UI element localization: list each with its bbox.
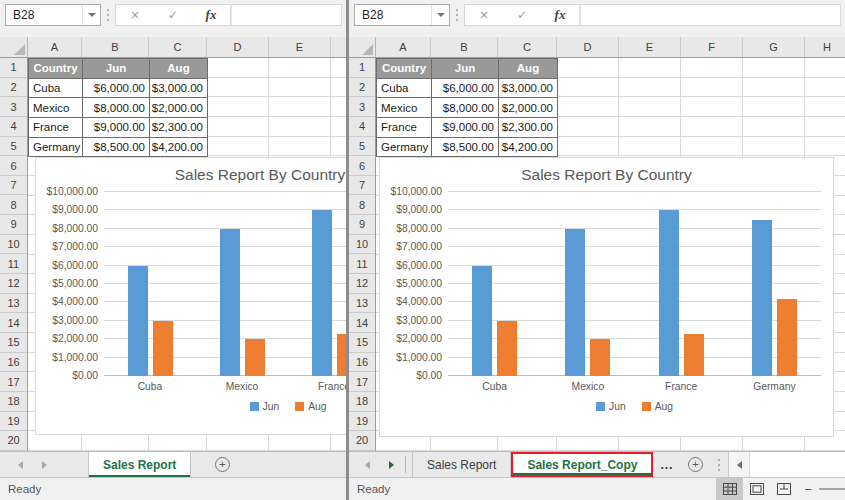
scrollbar-track[interactable] [749,452,845,477]
enter-icon[interactable]: ✓ [503,8,541,22]
data-cell[interactable]: Cuba [377,79,432,99]
bar-jun-germany[interactable] [752,220,772,376]
sheet-tab-sales-report-copy[interactable]: Sales Report_Copy [513,454,651,475]
select-all-corner[interactable] [0,37,28,57]
row-header-17[interactable]: 17 [349,372,375,392]
row-header-7[interactable]: 7 [0,176,27,196]
data-cell[interactable]: $2,300.00 [150,118,208,138]
row-header-5[interactable]: 5 [349,137,375,157]
data-cell[interactable]: $2,300.00 [499,118,558,138]
header-cell[interactable]: Aug [150,59,208,79]
row-header-13[interactable]: 13 [349,294,375,314]
header-cell[interactable]: Country [29,59,83,79]
add-sheet-button[interactable]: + [207,452,237,477]
data-cell[interactable]: $8,000.00 [432,98,499,118]
row-header-18[interactable]: 18 [349,392,375,412]
horizontal-scrollbar[interactable] [728,452,845,477]
header-cell[interactable]: Jun [432,59,499,79]
column-header-B[interactable]: B [82,37,149,57]
column-header-A[interactable]: A [28,37,82,57]
zoom-out-button[interactable]: − [797,482,819,497]
sales-chart[interactable]: Sales Report By Country$0.00$1,000.00$2,… [379,157,834,437]
row-header-18[interactable]: 18 [0,392,27,412]
page-break-preview-button[interactable] [770,478,797,500]
row-header-2[interactable]: 2 [349,78,375,98]
bar-jun-france[interactable] [659,210,679,376]
row-header-10[interactable]: 10 [349,235,375,255]
row-header-1[interactable]: 1 [0,58,27,78]
normal-view-button[interactable] [716,478,743,500]
column-header-B[interactable]: B [431,37,498,57]
page-layout-view-button[interactable] [743,478,770,500]
row-header-6[interactable]: 6 [0,156,27,176]
scroll-left-button[interactable] [729,452,749,477]
data-cell[interactable]: $8,000.00 [83,98,150,118]
row-header-10[interactable]: 10 [0,235,27,255]
bar-aug-france[interactable] [337,334,347,376]
data-cell[interactable]: $4,200.00 [150,138,208,158]
column-header-C[interactable]: C [149,37,207,57]
add-sheet-button[interactable]: + [680,452,710,477]
row-header-15[interactable]: 15 [0,333,27,353]
sheet-tab-sales-report[interactable]: Sales Report [412,452,511,477]
data-cell[interactable]: $6,000.00 [83,79,150,99]
bar-jun-cuba[interactable] [128,266,148,376]
name-box-dropdown-icon[interactable] [82,5,100,25]
row-header-14[interactable]: 14 [0,313,27,333]
insert-function-icon[interactable]: fx [192,7,230,23]
row-header-20[interactable]: 20 [0,431,27,451]
data-cell[interactable]: Mexico [29,98,83,118]
column-header-A[interactable]: A [376,37,431,57]
sheet-nav-right-icon[interactable] [32,452,56,477]
data-cell[interactable]: $9,000.00 [83,118,150,138]
cells-left[interactable]: CountryJunAugCuba$6,000.00$3,000.00Mexic… [28,58,346,451]
row-header-17[interactable]: 17 [0,372,27,392]
formula-input[interactable] [231,4,342,26]
row-header-12[interactable]: 12 [349,274,375,294]
bar-aug-mexico[interactable] [590,339,610,376]
cancel-icon[interactable]: × [465,8,503,22]
header-cell[interactable]: Jun [83,59,150,79]
data-cell[interactable]: $3,000.00 [150,79,208,99]
row-header-4[interactable]: 4 [349,117,375,137]
sheet-nav-left-icon[interactable] [8,452,32,477]
row-header-2[interactable]: 2 [0,78,27,98]
row-header-8[interactable]: 8 [349,195,375,215]
column-header-F[interactable]: F [681,37,743,57]
data-cell[interactable]: France [29,118,83,138]
row-header-19[interactable]: 19 [349,412,375,432]
row-header-14[interactable]: 14 [349,313,375,333]
data-cell[interactable]: $2,000.00 [150,98,208,118]
row-header-9[interactable]: 9 [0,215,27,235]
row-header-20[interactable]: 20 [349,431,375,451]
bar-aug-cuba[interactable] [497,321,517,376]
data-cell[interactable]: $9,000.00 [432,118,499,138]
data-cell[interactable]: $3,000.00 [499,79,558,99]
row-header-19[interactable]: 19 [0,412,27,432]
row-header-11[interactable]: 11 [0,254,27,274]
insert-function-icon[interactable]: fx [541,7,579,23]
row-header-8[interactable]: 8 [0,195,27,215]
row-header-3[interactable]: 3 [349,97,375,117]
column-header-G[interactable]: G [743,37,805,57]
more-sheets-button[interactable]: ... [653,452,680,477]
data-cell[interactable]: $6,000.00 [432,79,499,99]
name-box-dropdown-icon[interactable] [431,5,449,25]
bar-jun-mexico[interactable] [565,229,585,376]
row-header-4[interactable]: 4 [0,117,27,137]
row-header-9[interactable]: 9 [349,215,375,235]
row-header-11[interactable]: 11 [349,254,375,274]
bar-aug-cuba[interactable] [153,321,173,376]
column-header-E[interactable]: E [619,37,681,57]
data-cell[interactable]: $2,000.00 [499,98,558,118]
header-cell[interactable]: Country [377,59,432,79]
column-header-D[interactable]: D [557,37,619,57]
row-header-7[interactable]: 7 [349,176,375,196]
enter-icon[interactable]: ✓ [154,8,192,22]
row-header-13[interactable]: 13 [0,294,27,314]
row-header-15[interactable]: 15 [349,333,375,353]
column-header-H[interactable]: H [805,37,845,57]
row-header-16[interactable]: 16 [349,353,375,373]
cells-right[interactable]: CountryJunAugCuba$6,000.00$3,000.00Mexic… [376,58,845,451]
data-cell[interactable]: Germany [29,138,83,158]
